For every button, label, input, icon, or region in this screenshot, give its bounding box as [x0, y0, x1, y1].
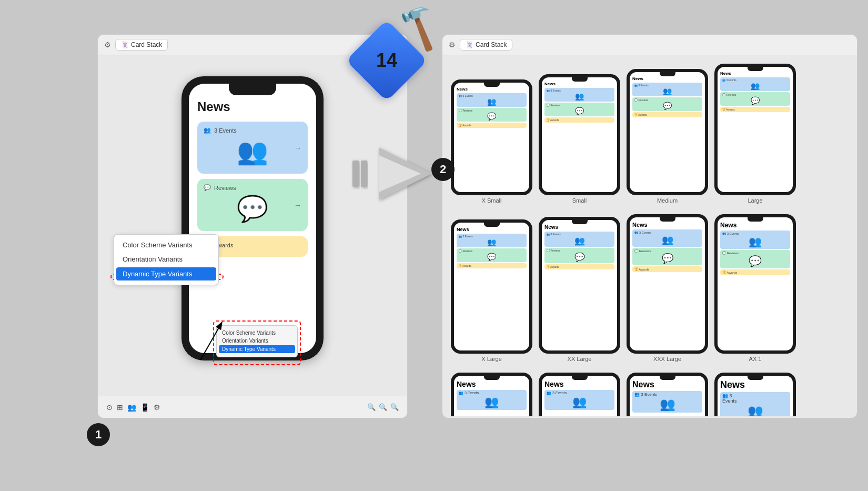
mini-title-ax4: News: [632, 380, 702, 389]
mini-notch-xxxlarge: [660, 217, 675, 222]
mini-phone-xxlarge: News 👥 3 Events 👥 💬 Reviews 💬 🏆 Awards: [539, 217, 620, 354]
mini-awards-xlarge: 🏆 Awards: [457, 263, 527, 268]
phones-row-2: News 👥 3 Events 👥 💬 Reviews 💬 🏆 Awards: [451, 214, 849, 362]
mini-awards-medium: 🏆 Awards: [632, 112, 702, 117]
label-large: Large: [748, 197, 762, 204]
mini-reviews-xsmall: 💬 Reviews 💬: [457, 108, 527, 122]
events-arrow: →: [294, 144, 301, 152]
mini-color-scheme: Color Scheme Variants: [222, 329, 292, 337]
phone-app: News 👥 3 Events 👥 → 💬 R: [189, 84, 316, 353]
zoom-fit-icon[interactable]: ⊙: [106, 403, 113, 412]
mini-phone-ax5: News 👥 3Events 👥: [714, 373, 796, 416]
mini-title-xxlarge: News: [544, 224, 614, 230]
mini-notch-medium: [660, 72, 675, 76]
mini-notch-ax3: [572, 376, 588, 380]
mini-screen-ax4: News 👥 3 Events 👥: [630, 376, 705, 416]
mini-phone-xlarge: News 👥 3 Events 👥 💬 Reviews 💬 🏆 Awards: [451, 219, 532, 354]
mini-phone-large: News 👥 3 Events 👥 💬 Reviews 💬 🏆 Awards: [714, 64, 796, 195]
label-xxlarge: XX Large: [568, 356, 592, 362]
xcode-version: 14: [376, 49, 397, 72]
mini-app-ax4: News 👥 3 Events 👥: [630, 376, 705, 416]
mini-awards-xsmall: 🏆 Awards: [457, 123, 527, 128]
mini-title-small: News: [544, 82, 614, 86]
mini-events-xlarge: 👥 3 Events 👥: [457, 234, 527, 247]
mini-reviews-ax1: 💬 Reviews 💬: [720, 250, 790, 268]
mini-phone-small: News 👥 3 Events 👥 💬 Reviews 💬 🏆 Awards: [539, 74, 620, 195]
grid-icon[interactable]: ⊞: [117, 403, 123, 412]
mini-notch-small: [572, 77, 588, 82]
mini-awards-ax1: 🏆 Awards: [720, 269, 790, 275]
right-card-stack-button[interactable]: 🃏 Card Stack: [460, 39, 512, 51]
phone-col-ax5: News 👥 3Events 👥: [714, 373, 796, 416]
mini-screen-ax2: News 👥 3 Events 👥: [454, 376, 529, 416]
zoom-out-btn[interactable]: 🔍: [367, 403, 376, 411]
mini-title-xsmall: News: [457, 87, 527, 92]
mini-awards-xxxlarge: 🏆 Awards: [632, 266, 702, 272]
phones-row-1: News 👥 3 Events 👥 💬 Reviews 💬 🏆 Awards: [451, 64, 849, 204]
reviews-header: 💬 Reviews: [204, 184, 301, 191]
left-bottom-toolbar: ⊙ ⊞ 👥 📱 ⚙ 🔍 🔍 🔍: [98, 396, 407, 418]
phone-mockup: News 👥 3 Events 👥 → 💬 R: [181, 76, 324, 360]
reviews-card: 💬 Reviews 💬 →: [197, 179, 308, 231]
toolbar-left-group: ⊙ ⊞ 👥 📱 ⚙: [106, 403, 160, 412]
mini-notch-xlarge: [484, 223, 500, 227]
mini-screen-large: News 👥 3 Events 👥 💬 Reviews 💬 🏆 Awards: [718, 67, 793, 192]
mini-awards-small: 🏆 Awards: [544, 117, 614, 123]
mini-app-medium: News 👥 3 Events 👥 💬 Reviews 💬 🏆 Awards: [630, 72, 705, 121]
mini-notch-ax2: [484, 376, 500, 380]
label-ax1: AX 1: [749, 356, 762, 362]
people-icon-large: 👥: [204, 137, 301, 166]
phone-notch: [229, 84, 276, 95]
mini-screen-small: News 👥 3 Events 👥 💬 Reviews 💬 🏆 Awards: [542, 77, 617, 192]
mini-phone-ax3: News 👥 3 Events 👥: [539, 373, 620, 416]
phone-col-xxxlarge: News 👥 3 Events 👥 💬 Reviews 💬 🏆 Awards: [627, 214, 708, 362]
chat-icon-small: 💬: [204, 184, 211, 191]
toolbar-right-group: 🔍 🔍 🔍: [367, 403, 399, 411]
phone-col-medium: News 👥 3 Events 👥 💬 Reviews 💬 🏆 Awards: [627, 69, 708, 204]
zoom-in-btn[interactable]: 🔍: [390, 403, 399, 411]
label-medium: Medium: [657, 197, 678, 204]
mini-events-ax3: 👥 3 Events 👥: [544, 390, 614, 410]
mini-app-ax5: News 👥 3Events 👥: [718, 376, 793, 416]
mini-awards-xxlarge: 🏆 Awards: [544, 264, 614, 269]
mini-title-ax2: News: [457, 380, 527, 388]
mini-screen-ax5: News 👥 3Events 👥: [718, 376, 793, 416]
dynamic-type-item[interactable]: Dynamic Type Variants: [116, 267, 216, 280]
phone-col-small: News 👥 3 Events 👥 💬 Reviews 💬 🏆 Awards: [539, 74, 620, 204]
mini-title-ax1: News: [720, 222, 790, 229]
reviews-arrow: →: [294, 201, 301, 209]
events-header: 👥 3 Events: [204, 127, 301, 134]
xcode-badge: 🔨 14: [352, 11, 437, 95]
settings-toolbar-icon[interactable]: ⚙: [154, 403, 160, 412]
people-toolbar-icon[interactable]: 👥: [127, 403, 136, 412]
card-stack-button[interactable]: 🃏 Card Stack: [115, 39, 168, 51]
phones-row-3: News 👥 3 Events 👥 News: [451, 373, 849, 416]
phone-col-large: News 👥 3 Events 👥 💬 Reviews 💬 🏆 Awards: [714, 64, 796, 204]
mini-app-xsmall: News 👥 3 Events 👥 💬 Reviews 💬 🏆 Awards: [454, 83, 529, 131]
label-xsmall: X Small: [482, 197, 502, 204]
mini-events-xxxlarge: 👥 3 Events 👥: [632, 229, 702, 247]
right-gear-icon[interactable]: ⚙: [449, 41, 456, 49]
zoom-reset-btn[interactable]: 🔍: [379, 403, 387, 411]
right-toolbar: ⚙ 🃏 Card Stack: [442, 35, 857, 55]
mini-notch-xxlarge: [572, 220, 588, 224]
mini-title-xxxlarge: News: [632, 222, 702, 228]
mini-awards-large: 🏆 Awards: [720, 107, 790, 112]
mini-notch-ax4: [660, 376, 675, 380]
app-title: News: [197, 99, 308, 114]
mini-phone-ax4: News 👥 3 Events 👥: [627, 373, 708, 416]
phone-toolbar-icon[interactable]: 📱: [140, 403, 149, 412]
color-scheme-item[interactable]: Color Scheme Variants: [114, 238, 218, 252]
mini-screen-medium: News 👥 3 Events 👥 💬 Reviews 💬 🏆 Awards: [630, 72, 705, 192]
mini-reviews-xxxlarge: 💬 Reviews 💬: [632, 248, 702, 265]
gear-icon[interactable]: ⚙: [104, 41, 111, 49]
orientation-item[interactable]: Orientation Variants: [114, 252, 218, 266]
right-card-stack-icon: 🃏: [466, 41, 473, 48]
mini-events-small: 👥 3 Events 👥: [544, 88, 614, 102]
mini-phone-xxxlarge: News 👥 3 Events 👥 💬 Reviews 💬 🏆 Awards: [627, 214, 708, 354]
mini-popup: Color Scheme Variants Orientation Varian…: [216, 325, 298, 357]
mini-app-xlarge: News 👥 3 Events 👥 💬 Reviews 💬 🏆 Awards: [454, 223, 529, 272]
mini-dynamic-type: Dynamic Type Variants: [219, 345, 295, 353]
mini-notch-ax1: [748, 217, 763, 222]
mini-title-ax3: News: [544, 380, 614, 388]
